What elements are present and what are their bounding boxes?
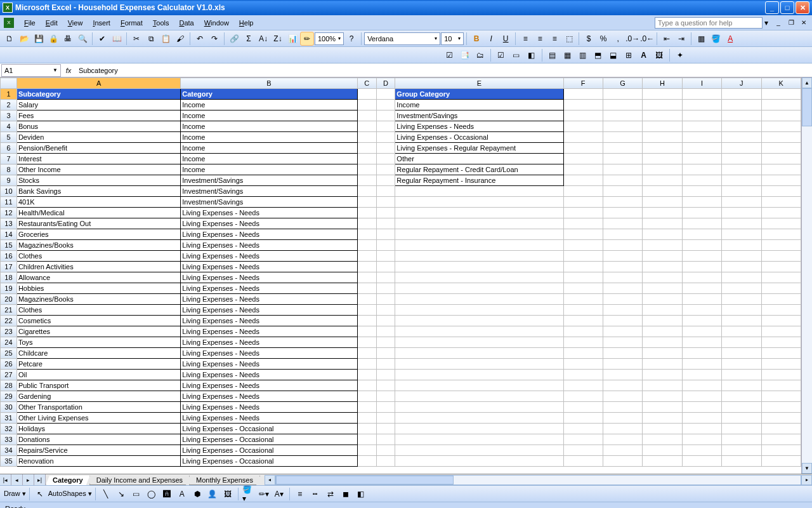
- cell-G31[interactable]: [603, 413, 642, 424]
- doc-minimize-button[interactable]: _: [774, 18, 783, 27]
- cell-B27[interactable]: Living Expenses - Needs: [181, 370, 357, 380]
- cell-I31[interactable]: [682, 413, 721, 424]
- research-icon[interactable]: 📖: [110, 32, 124, 46]
- hscroll-thumb[interactable]: [276, 476, 454, 485]
- cell-E18[interactable]: [395, 272, 563, 283]
- cell-A14[interactable]: Groceries: [16, 229, 180, 240]
- cell-G32[interactable]: [603, 424, 642, 434]
- merge-icon[interactable]: ⬚: [562, 32, 576, 46]
- form-btn-11[interactable]: ⬓: [606, 48, 620, 62]
- cell-G2[interactable]: [603, 100, 642, 110]
- cell-I29[interactable]: [682, 391, 721, 402]
- cell-F26[interactable]: [563, 359, 603, 370]
- cell-J12[interactable]: [722, 208, 761, 218]
- clipart-icon[interactable]: 👤: [206, 487, 219, 501]
- cell-G30[interactable]: [603, 402, 642, 413]
- cell-B30[interactable]: Living Expenses - Needs: [181, 402, 357, 413]
- font-combo[interactable]: Verdana▾: [364, 32, 440, 45]
- cell-F35[interactable]: [563, 456, 603, 467]
- draw-menu[interactable]: Draw ▾: [4, 490, 26, 498]
- cell-D24[interactable]: [376, 337, 395, 348]
- form-btn-12[interactable]: ⊞: [622, 48, 636, 62]
- cell-J3[interactable]: [722, 110, 761, 121]
- cell-K30[interactable]: [761, 402, 801, 413]
- cell-J11[interactable]: [722, 197, 761, 208]
- row-header-16[interactable]: 16: [1, 251, 17, 262]
- cell-F29[interactable]: [563, 391, 603, 402]
- cell-G1[interactable]: [603, 89, 642, 100]
- cell-H10[interactable]: [643, 186, 682, 197]
- italic-icon[interactable]: I: [484, 32, 498, 46]
- cell-D27[interactable]: [376, 370, 395, 380]
- cell-K10[interactable]: [761, 186, 801, 197]
- cell-A31[interactable]: Other Living Expenses: [16, 413, 180, 424]
- cell-H18[interactable]: [643, 272, 682, 283]
- cell-D7[interactable]: [376, 154, 395, 164]
- cell-A34[interactable]: Repairs/Service: [16, 445, 180, 456]
- cell-K35[interactable]: [761, 456, 801, 467]
- horizontal-scrollbar[interactable]: ◂ ▸: [265, 474, 812, 485]
- cell-D10[interactable]: [376, 186, 395, 197]
- cell-H8[interactable]: [643, 164, 682, 175]
- cell-G9[interactable]: [603, 175, 642, 186]
- cell-I9[interactable]: [682, 175, 721, 186]
- cell-J19[interactable]: [722, 283, 761, 294]
- cell-C30[interactable]: [357, 402, 376, 413]
- cell-C28[interactable]: [357, 380, 376, 391]
- cell-B20[interactable]: Living Expenses - Needs: [181, 294, 357, 305]
- cell-I22[interactable]: [682, 316, 721, 326]
- cell-D26[interactable]: [376, 359, 395, 370]
- cell-D33[interactable]: [376, 434, 395, 445]
- cell-A26[interactable]: Petcare: [16, 359, 180, 370]
- cell-K33[interactable]: [761, 434, 801, 445]
- form-btn-9[interactable]: ▥: [576, 48, 590, 62]
- cell-J18[interactable]: [722, 272, 761, 283]
- cell-H35[interactable]: [643, 456, 682, 467]
- cell-B11[interactable]: Investment/Savings: [181, 197, 357, 208]
- cell-G35[interactable]: [603, 456, 642, 467]
- cell-K3[interactable]: [761, 110, 801, 121]
- cell-I13[interactable]: [682, 218, 721, 229]
- cell-H23[interactable]: [643, 326, 682, 337]
- cell-K22[interactable]: [761, 316, 801, 326]
- app-menu-icon[interactable]: X: [4, 18, 14, 28]
- cell-B22[interactable]: Living Expenses - Needs: [181, 316, 357, 326]
- hyperlink-icon[interactable]: 🔗: [227, 32, 241, 46]
- cell-D15[interactable]: [376, 240, 395, 251]
- form-btn-4[interactable]: ☑: [494, 48, 508, 62]
- menu-edit[interactable]: Edit: [41, 17, 63, 29]
- cell-K29[interactable]: [761, 391, 801, 402]
- doc-close-button[interactable]: ✕: [799, 18, 808, 27]
- cell-K12[interactable]: [761, 208, 801, 218]
- cell-C14[interactable]: [357, 229, 376, 240]
- cell-B24[interactable]: Living Expenses - Needs: [181, 337, 357, 348]
- cell-C8[interactable]: [357, 164, 376, 175]
- col-header-F[interactable]: F: [563, 78, 603, 89]
- cell-A23[interactable]: Cigarettes: [16, 326, 180, 337]
- cell-J9[interactable]: [722, 175, 761, 186]
- print-preview-icon[interactable]: 🔍: [75, 32, 89, 46]
- wordart-icon[interactable]: A: [175, 487, 189, 501]
- row-header-11[interactable]: 11: [1, 197, 17, 208]
- menu-insert[interactable]: Insert: [88, 17, 115, 29]
- cell-C34[interactable]: [357, 445, 376, 456]
- 3d-icon[interactable]: ◧: [354, 487, 368, 501]
- cell-I24[interactable]: [682, 337, 721, 348]
- cell-C35[interactable]: [357, 456, 376, 467]
- cell-E20[interactable]: [395, 294, 563, 305]
- cell-A28[interactable]: Public Transport: [16, 380, 180, 391]
- cell-G17[interactable]: [603, 262, 642, 272]
- shadow-icon[interactable]: ◼: [339, 487, 353, 501]
- cell-C33[interactable]: [357, 434, 376, 445]
- row-header-27[interactable]: 27: [1, 370, 17, 380]
- font-color-icon[interactable]: A: [723, 32, 737, 46]
- cell-I15[interactable]: [682, 240, 721, 251]
- cell-E14[interactable]: [395, 229, 563, 240]
- cell-B26[interactable]: Living Expenses - Needs: [181, 359, 357, 370]
- cell-E15[interactable]: [395, 240, 563, 251]
- tab-last-icon[interactable]: ▸|: [34, 474, 46, 485]
- cell-J28[interactable]: [722, 380, 761, 391]
- scroll-down-icon[interactable]: ▼: [802, 463, 812, 474]
- sort-asc-icon[interactable]: A↓: [256, 32, 270, 46]
- col-header-J[interactable]: J: [722, 78, 761, 89]
